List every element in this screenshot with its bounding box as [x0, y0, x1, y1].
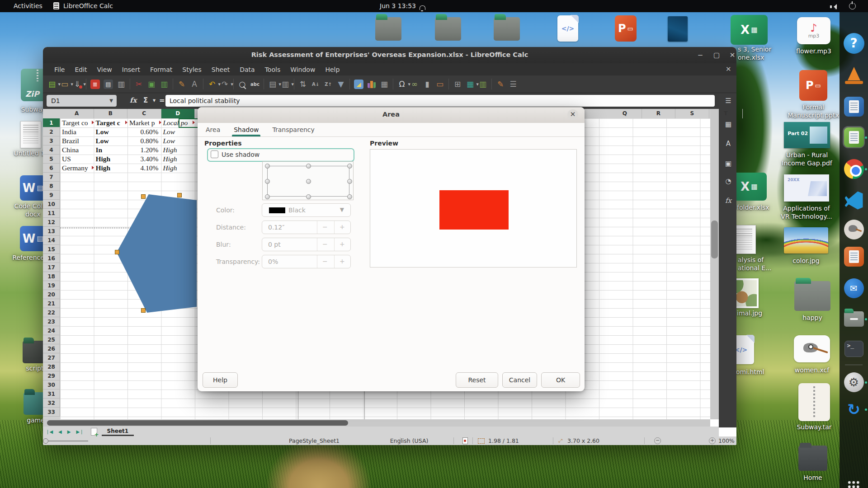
- zoom-level[interactable]: 100%: [718, 437, 735, 444]
- menu-edit[interactable]: Edit: [70, 65, 92, 75]
- desktop-folder-3-icon[interactable]: [494, 17, 520, 41]
- export-pdf-icon[interactable]: ≣: [90, 80, 100, 89]
- name-box-chevron-icon[interactable]: ▼: [109, 95, 113, 107]
- row-header-6[interactable]: 6: [43, 164, 60, 173]
- insert-rows-icon[interactable]: ▤▼: [267, 78, 278, 90]
- shape-handle[interactable]: [115, 250, 119, 254]
- menu-help[interactable]: Help: [320, 65, 344, 75]
- menu-insert[interactable]: Insert: [117, 65, 145, 75]
- cell-C3[interactable]: 0.80%: [127, 136, 161, 145]
- clone-formatting-icon[interactable]: ✎: [176, 78, 188, 90]
- shape-handle[interactable]: [177, 193, 182, 197]
- vr-apps-pdf-label[interactable]: Applications of VR Technology...: [770, 204, 843, 221]
- untitled-doc-icon[interactable]: [20, 121, 41, 148]
- row-header-17[interactable]: 17: [43, 263, 60, 272]
- row-header-33[interactable]: 33: [43, 408, 60, 417]
- row-header-25[interactable]: 25: [43, 335, 60, 344]
- next-sheet-icon[interactable]: ▶: [65, 429, 74, 434]
- cut-icon[interactable]: ✂: [133, 78, 145, 90]
- libreoffice-writer-icon[interactable]: [843, 95, 865, 117]
- sidebar-gallery-icon[interactable]: ▣: [723, 160, 733, 168]
- row-header-12[interactable]: 12: [43, 218, 60, 227]
- row-header-24[interactable]: 24: [43, 326, 60, 335]
- cell-A6[interactable]: Germany: [60, 164, 94, 173]
- row-header-23[interactable]: 23: [43, 317, 60, 326]
- insert-image-icon[interactable]: ◢: [354, 80, 363, 89]
- folder-xlsx-label[interactable]: folder.xlsx: [737, 203, 769, 211]
- happy-folder-icon[interactable]: [794, 281, 830, 311]
- pivot-table-icon[interactable]: ▦: [378, 78, 390, 90]
- color-jpg-icon[interactable]: [784, 227, 828, 253]
- reset-button[interactable]: Reset: [456, 372, 498, 388]
- shape-handle[interactable]: [141, 308, 146, 313]
- urban-rural-pdf-label[interactable]: Urban - Rural Income Gap.pdf: [771, 151, 843, 167]
- column-header-Q[interactable]: Q: [608, 109, 642, 118]
- dialog-titlebar[interactable]: Area ✕: [198, 107, 585, 123]
- terminal-icon[interactable]: >_: [843, 338, 865, 360]
- zoom-in-icon[interactable]: +: [709, 437, 716, 444]
- cell-D3[interactable]: Low: [161, 136, 195, 145]
- save-icon[interactable]: ⇓▼: [71, 78, 83, 90]
- sidebar-properties-icon[interactable]: ▦: [723, 120, 733, 128]
- row-header-18[interactable]: 18: [43, 272, 60, 281]
- row-header-26[interactable]: 26: [43, 344, 60, 353]
- menu-window[interactable]: Window: [285, 65, 320, 75]
- flower-mp3-label[interactable]: flower.mp3: [778, 47, 850, 55]
- column-header-R[interactable]: R: [642, 109, 676, 118]
- close-button[interactable]: ✕: [728, 51, 736, 59]
- row-header-16[interactable]: 16: [43, 254, 60, 263]
- folder-xlsx-icon[interactable]: X▦: [731, 173, 767, 201]
- row-header-32[interactable]: 32: [43, 399, 60, 408]
- autofilter-icon[interactable]: ▼: [335, 78, 347, 90]
- row-header-13[interactable]: 13: [43, 227, 60, 236]
- cell-C4[interactable]: 1.20%: [127, 145, 161, 155]
- use-shadow-label[interactable]: Use shadow: [222, 151, 259, 158]
- find-replace-icon[interactable]: ○: [236, 78, 248, 90]
- home-folder-label[interactable]: Home: [777, 474, 849, 482]
- row-header-1[interactable]: 1: [43, 118, 60, 127]
- insert-columns-icon[interactable]: ▥▼: [279, 78, 291, 90]
- name-box[interactable]: D1 ▼: [47, 95, 117, 107]
- sort-icon[interactable]: ⇅: [297, 78, 309, 90]
- row-header-9[interactable]: 9: [43, 191, 60, 200]
- software-updater-icon[interactable]: ↻: [843, 398, 865, 420]
- color-jpg-label[interactable]: color.jpg: [770, 257, 842, 265]
- formal-pptx-label[interactable]: Formal Manuscript.pptx: [777, 103, 849, 119]
- urban-rural-pdf-icon[interactable]: Part 02: [784, 122, 830, 148]
- sum-icon[interactable]: Σ: [143, 96, 148, 104]
- sidebar-navigator-icon[interactable]: ◔: [723, 177, 733, 185]
- row-header-10[interactable]: 10: [43, 200, 60, 209]
- vertical-scrollbar-thumb[interactable]: [711, 221, 718, 258]
- desktop-folder-2-icon[interactable]: [435, 17, 461, 41]
- row-header-28[interactable]: 28: [43, 362, 60, 371]
- zoom-slider[interactable]: [43, 441, 88, 441]
- cell-D4[interactable]: High: [161, 145, 195, 155]
- clear-formatting-icon[interactable]: A: [189, 78, 200, 90]
- sidebar-styles-icon[interactable]: A: [723, 140, 733, 148]
- cell-A1[interactable]: Target co: [60, 118, 94, 127]
- split-window-icon[interactable]: ▥: [477, 78, 489, 90]
- row-header-22[interactable]: 22: [43, 308, 60, 317]
- women-xcf-label[interactable]: women.xcf: [776, 366, 848, 374]
- column-header-S[interactable]: S: [675, 109, 709, 118]
- row-headers[interactable]: 1234567891011121314151617181920212223242…: [43, 118, 60, 419]
- cell-B6[interactable]: High: [94, 164, 128, 173]
- sea-image-icon[interactable]: [668, 16, 688, 42]
- menu-data[interactable]: Data: [235, 65, 259, 75]
- subway-tar-icon[interactable]: [798, 383, 830, 421]
- menu-format[interactable]: Format: [145, 65, 177, 75]
- first-sheet-icon[interactable]: ❘◀: [43, 429, 56, 434]
- row-header-3[interactable]: 3: [43, 136, 60, 145]
- row-header-29[interactable]: 29: [43, 371, 60, 380]
- tab-area[interactable]: Area: [206, 123, 220, 136]
- row-header-5[interactable]: 5: [43, 155, 60, 164]
- horizontal-scrollbar-thumb[interactable]: [47, 420, 348, 426]
- row-header-14[interactable]: 14: [43, 236, 60, 245]
- menu-file[interactable]: File: [49, 65, 70, 75]
- equals-icon[interactable]: =: [159, 96, 165, 104]
- row-header-21[interactable]: 21: [43, 299, 60, 308]
- shape-handle[interactable]: [141, 194, 146, 199]
- row-header-8[interactable]: 8: [43, 182, 60, 191]
- cell-A3[interactable]: Brazil: [60, 136, 94, 145]
- cell-A5[interactable]: US: [60, 155, 94, 164]
